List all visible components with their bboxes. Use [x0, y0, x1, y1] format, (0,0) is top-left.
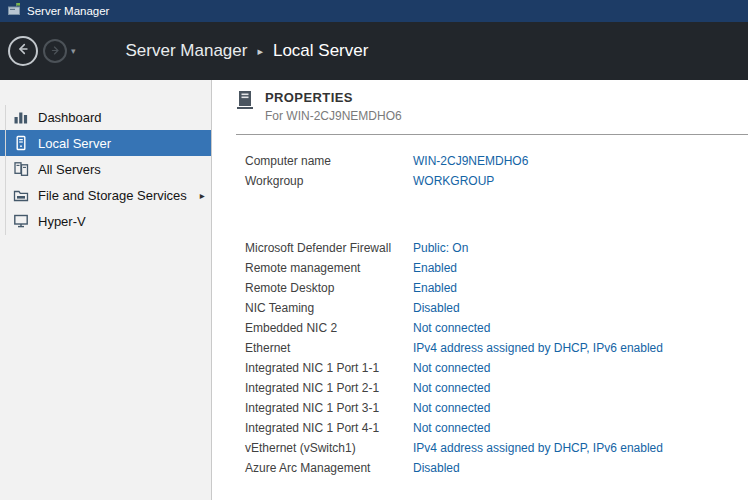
- property-value-link[interactable]: Public: On: [413, 241, 468, 255]
- table-row: Integrated NIC 1 Port 1-1 Not connected: [245, 358, 748, 378]
- properties-header: PROPERTIES For WIN-2CJ9NEMDHO6: [236, 90, 748, 123]
- window-title: Server Manager: [27, 5, 109, 17]
- property-label: Remote management: [245, 261, 413, 275]
- sidebar-item-label: Local Server: [38, 136, 111, 151]
- sidebar-item-dashboard[interactable]: Dashboard: [0, 104, 211, 130]
- server-tile-icon: [236, 90, 254, 110]
- property-label: Ethernet: [245, 341, 413, 355]
- property-label: Integrated NIC 1 Port 1-1: [245, 361, 413, 375]
- server-icon: [13, 135, 29, 151]
- breadcrumb-separator-icon: ▸: [257, 45, 263, 58]
- table-row: Integrated NIC 1 Port 2-1 Not connected: [245, 378, 748, 398]
- sidebar-item-label: Dashboard: [38, 110, 102, 125]
- table-row: Microsoft Defender Firewall Public: On: [245, 238, 748, 258]
- property-value-link[interactable]: Enabled: [413, 281, 457, 295]
- breadcrumb-root[interactable]: Server Manager: [126, 41, 248, 61]
- server-manager-window: Server Manager ▾ Server Manager ▸ Local …: [0, 0, 748, 500]
- property-value-link[interactable]: Not connected: [413, 421, 490, 435]
- sidebar-item-file-storage-services[interactable]: File and Storage Services ▸: [0, 182, 211, 208]
- navigation-header: ▾ Server Manager ▸ Local Server: [0, 22, 748, 80]
- properties-panel: PROPERTIES For WIN-2CJ9NEMDHO6 Computer …: [212, 80, 748, 500]
- sidebar-item-all-servers[interactable]: All Servers: [0, 156, 211, 182]
- property-label: Integrated NIC 1 Port 4-1: [245, 421, 413, 435]
- properties-subtitle: For WIN-2CJ9NEMDHO6: [265, 109, 402, 123]
- property-value-link[interactable]: Not connected: [413, 401, 490, 415]
- property-value-link[interactable]: Not connected: [413, 361, 490, 375]
- property-value-link[interactable]: Not connected: [413, 381, 490, 395]
- sidebar-item-hyper-v[interactable]: Hyper-V: [0, 208, 211, 234]
- property-label: Azure Arc Management: [245, 461, 413, 475]
- table-row: vEthernet (vSwitch1) IPv4 address assign…: [245, 438, 748, 458]
- property-value-link[interactable]: IPv4 address assigned by DHCP, IPv6 enab…: [413, 341, 663, 355]
- properties-title: PROPERTIES: [265, 90, 402, 105]
- table-row: Ethernet IPv4 address assigned by DHCP, …: [245, 338, 748, 358]
- property-value-link[interactable]: Enabled: [413, 261, 457, 275]
- forward-button[interactable]: [43, 39, 67, 63]
- sidebar: Dashboard Local Server All Servers File …: [0, 80, 212, 500]
- breadcrumb-current: Local Server: [273, 41, 368, 61]
- dashboard-icon: [13, 109, 29, 125]
- hyperv-icon: [13, 213, 29, 229]
- property-value-link[interactable]: IPv4 address assigned by DHCP, IPv6 enab…: [413, 441, 663, 455]
- property-label: Computer name: [245, 154, 413, 168]
- property-label: Integrated NIC 1 Port 3-1: [245, 401, 413, 415]
- table-row: Azure Arc Management Disabled: [245, 458, 748, 478]
- body: Dashboard Local Server All Servers File …: [0, 80, 748, 500]
- nav-buttons: ▾: [8, 36, 76, 66]
- property-label: NIC Teaming: [245, 301, 413, 315]
- table-row: Integrated NIC 1 Port 4-1 Not connected: [245, 418, 748, 438]
- server-manager-icon: [7, 2, 21, 20]
- table-row: Integrated NIC 1 Port 3-1 Not connected: [245, 398, 748, 418]
- property-label: Workgroup: [245, 174, 413, 188]
- property-label: Remote Desktop: [245, 281, 413, 295]
- breadcrumb: Server Manager ▸ Local Server: [126, 41, 369, 61]
- table-row: Workgroup WORKGROUP: [245, 171, 748, 191]
- properties-table: Computer name WIN-2CJ9NEMDHO6 Workgroup …: [236, 151, 748, 478]
- properties-divider: [236, 134, 748, 135]
- sidebar-rail: [5, 105, 6, 235]
- history-dropdown-caret[interactable]: ▾: [71, 46, 76, 56]
- storage-icon: [13, 187, 29, 203]
- property-value-link[interactable]: Disabled: [413, 461, 460, 475]
- property-label: vEthernet (vSwitch1): [245, 441, 413, 455]
- table-row: Remote Desktop Enabled: [245, 278, 748, 298]
- back-button[interactable]: [8, 36, 38, 66]
- sidebar-item-label: Hyper-V: [38, 214, 86, 229]
- servers-icon: [13, 161, 29, 177]
- back-arrow-icon: [16, 42, 30, 60]
- table-row: Computer name WIN-2CJ9NEMDHO6: [245, 151, 748, 171]
- properties-header-text: PROPERTIES For WIN-2CJ9NEMDHO6: [265, 90, 402, 123]
- property-label: Microsoft Defender Firewall: [245, 241, 413, 255]
- property-value-link[interactable]: Disabled: [413, 301, 460, 315]
- property-value-link[interactable]: Not connected: [413, 321, 490, 335]
- table-row: NIC Teaming Disabled: [245, 298, 748, 318]
- property-label: Integrated NIC 1 Port 2-1: [245, 381, 413, 395]
- property-value-link[interactable]: WORKGROUP: [413, 174, 494, 188]
- forward-arrow-icon: [50, 42, 61, 60]
- table-row: Embedded NIC 2 Not connected: [245, 318, 748, 338]
- sidebar-item-local-server[interactable]: Local Server: [0, 130, 211, 156]
- table-row: Remote management Enabled: [245, 258, 748, 278]
- sidebar-item-label: All Servers: [38, 162, 101, 177]
- property-value-link[interactable]: WIN-2CJ9NEMDHO6: [413, 154, 528, 168]
- properties-status-group: Microsoft Defender Firewall Public: On R…: [245, 238, 748, 478]
- sidebar-item-label: File and Storage Services: [38, 188, 187, 203]
- titlebar: Server Manager: [0, 0, 748, 22]
- chevron-right-icon: ▸: [200, 190, 205, 201]
- property-label: Embedded NIC 2: [245, 321, 413, 335]
